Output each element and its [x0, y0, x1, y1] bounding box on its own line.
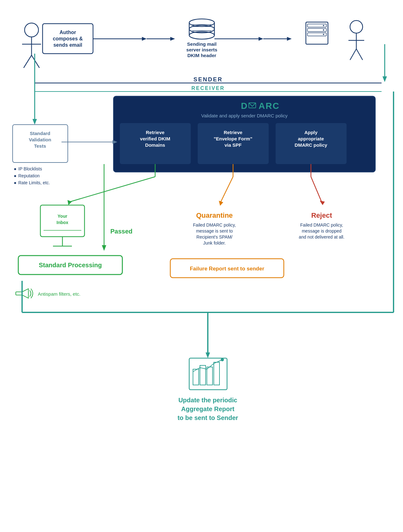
- svg-text:message is dropped: message is dropped: [302, 228, 342, 233]
- svg-text:Tests: Tests: [34, 143, 46, 149]
- svg-text:Standard: Standard: [30, 131, 50, 136]
- svg-text:appropriate: appropriate: [298, 136, 324, 141]
- svg-point-0: [25, 23, 38, 37]
- svg-point-122: [221, 358, 224, 361]
- svg-line-40: [356, 49, 363, 60]
- svg-text:server inserts: server inserts: [186, 47, 217, 52]
- svg-marker-12: [170, 37, 175, 41]
- svg-text:Sending mail: Sending mail: [187, 41, 216, 47]
- svg-text:Apply: Apply: [304, 130, 318, 135]
- svg-text:message is sent to: message is sent to: [196, 228, 233, 233]
- svg-text:Failure Report sent to sender: Failure Report sent to sender: [190, 266, 265, 272]
- svg-text:and not delivered at all.: and not delivered at all.: [299, 234, 345, 239]
- svg-text:ARC: ARC: [259, 101, 280, 111]
- svg-point-76: [14, 182, 16, 184]
- svg-text:Quarantine: Quarantine: [196, 211, 233, 219]
- main-diagram: Author composes & sends email Sending ma…: [6, 6, 403, 532]
- svg-text:Junk folder.: Junk folder.: [203, 240, 226, 245]
- svg-text:Failed DMARC policy,: Failed DMARC policy,: [193, 222, 236, 228]
- svg-text:via SPF: via SPF: [225, 142, 242, 148]
- svg-text:Update the periodic: Update the periodic: [178, 397, 237, 404]
- svg-text:DKIM header: DKIM header: [187, 53, 216, 58]
- svg-text:Failed DMARC policy,: Failed DMARC policy,: [300, 222, 343, 228]
- svg-line-79: [69, 177, 155, 202]
- svg-text:Retrieve: Retrieve: [146, 130, 164, 135]
- svg-text:composes &: composes &: [53, 36, 83, 41]
- svg-line-85: [311, 177, 322, 202]
- svg-rect-29: [306, 22, 328, 44]
- svg-text:RECEIVER: RECEIVER: [191, 86, 225, 91]
- svg-marker-116: [206, 352, 210, 358]
- svg-text:Reject: Reject: [311, 211, 332, 219]
- svg-point-33: [323, 25, 324, 26]
- svg-point-36: [350, 21, 363, 33]
- svg-point-74: [14, 175, 16, 177]
- svg-text:Antispam filters, etc.: Antispam filters, etc.: [38, 291, 80, 297]
- diagram-container: Author composes & sends email Sending ma…: [0, 0, 403, 532]
- svg-rect-120: [207, 367, 213, 385]
- svg-text:Aggregate Report: Aggregate Report: [181, 405, 235, 412]
- svg-text:Rate Limits, etc.: Rate Limits, etc.: [18, 180, 50, 185]
- svg-marker-86: [320, 201, 325, 205]
- svg-text:Reputation: Reputation: [18, 173, 40, 178]
- svg-marker-80: [67, 200, 72, 205]
- svg-line-39: [350, 49, 356, 60]
- svg-text:Recipient's SPAM/: Recipient's SPAM/: [196, 234, 233, 239]
- svg-text:to be sent to Sender: to be sent to Sender: [178, 414, 238, 421]
- svg-text:Standard Processing: Standard Processing: [39, 262, 102, 269]
- svg-text:Passed: Passed: [110, 228, 132, 235]
- svg-text:Author: Author: [60, 30, 76, 35]
- svg-marker-26: [259, 37, 263, 41]
- svg-marker-95: [102, 245, 106, 251]
- svg-line-82: [221, 177, 233, 202]
- svg-line-4: [32, 55, 39, 68]
- svg-marker-98: [22, 289, 28, 298]
- svg-point-72: [14, 168, 16, 170]
- svg-text:Validate and apply sender DMAR: Validate and apply sender DMARC policy: [201, 113, 288, 118]
- svg-text:DMARC policy: DMARC policy: [295, 142, 327, 148]
- svg-text:Validation: Validation: [29, 137, 51, 142]
- svg-marker-48: [32, 119, 37, 125]
- svg-rect-99: [16, 292, 22, 295]
- svg-text:verified DKIM: verified DKIM: [140, 136, 170, 141]
- svg-line-3: [24, 55, 32, 68]
- svg-marker-42: [383, 76, 387, 82]
- svg-text:D: D: [241, 101, 248, 111]
- svg-text:IP Blocklists: IP Blocklists: [18, 166, 42, 171]
- svg-text:Inbox: Inbox: [56, 220, 68, 225]
- svg-marker-10: [142, 37, 147, 41]
- svg-text:sends email: sends email: [53, 42, 82, 48]
- svg-point-34: [323, 29, 324, 31]
- svg-point-35: [323, 34, 324, 35]
- svg-text:Your: Your: [58, 214, 67, 219]
- svg-text:SENDER: SENDER: [193, 76, 223, 83]
- svg-marker-28: [287, 37, 292, 41]
- svg-rect-121: [214, 362, 219, 385]
- svg-text:Domains: Domains: [145, 142, 165, 148]
- svg-text:"Envelope Form": "Envelope Form": [214, 136, 253, 141]
- svg-text:Retrieve: Retrieve: [224, 130, 242, 135]
